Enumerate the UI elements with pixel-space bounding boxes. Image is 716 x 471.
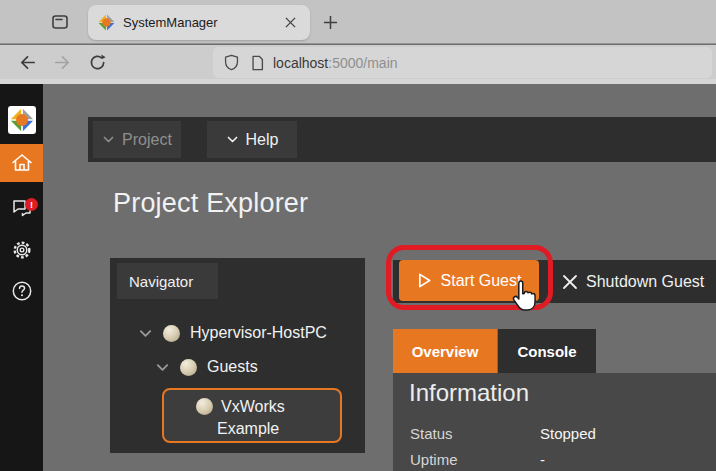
tree-item-label: Guests bbox=[207, 358, 258, 376]
screenshot-root: SystemManager localhost:5000/main bbox=[0, 0, 716, 471]
browser-tab[interactable]: SystemManager bbox=[88, 5, 310, 40]
gear-icon bbox=[11, 239, 33, 261]
tree-item-guests[interactable]: Guests bbox=[155, 355, 258, 379]
shield-icon[interactable] bbox=[223, 54, 240, 71]
chevron-down-icon bbox=[226, 133, 239, 146]
app-logo bbox=[8, 106, 36, 134]
chevron-down-icon[interactable] bbox=[155, 360, 170, 375]
status-value: Stopped bbox=[540, 425, 596, 442]
page-title: Project Explorer bbox=[113, 188, 308, 219]
node-sphere-icon bbox=[196, 398, 213, 415]
favicon bbox=[98, 14, 115, 31]
uptime-label: Uptime bbox=[410, 451, 458, 468]
navigator-panel: Navigator Hypervisor-HostPC Guests VxWor… bbox=[110, 258, 365, 453]
tab-console-label: Console bbox=[517, 343, 576, 360]
notification-badge: ! bbox=[25, 198, 38, 211]
tab-title: SystemManager bbox=[123, 15, 280, 30]
menu-help-button[interactable]: Help bbox=[207, 121, 297, 158]
tree-item-label: Hypervisor-HostPC bbox=[190, 324, 327, 342]
menu-project-button[interactable]: Project bbox=[93, 121, 181, 158]
start-guest-label: Start Guest bbox=[441, 272, 522, 290]
uptime-value: - bbox=[540, 451, 545, 468]
chevron-down-icon bbox=[102, 133, 115, 146]
sidebar-item-home[interactable] bbox=[0, 144, 43, 182]
new-tab-button[interactable] bbox=[317, 9, 343, 35]
chevron-down-icon[interactable] bbox=[138, 326, 153, 341]
sidebar-item-messages[interactable] bbox=[0, 190, 43, 228]
url-bar[interactable]: localhost:5000/main bbox=[213, 47, 712, 78]
url-path: :5000/main bbox=[328, 55, 397, 71]
menu-help-label: Help bbox=[246, 131, 279, 149]
navigator-header: Navigator bbox=[117, 263, 218, 299]
url-text: localhost:5000/main bbox=[273, 55, 398, 71]
tree-item-label-line1: VxWorks bbox=[221, 398, 285, 416]
app-menubar: Project Help bbox=[88, 117, 716, 162]
shutdown-guest-button[interactable]: Shutdown Guest bbox=[551, 260, 716, 303]
shutdown-guest-label: Shutdown Guest bbox=[586, 273, 704, 291]
firefox-view-icon[interactable] bbox=[47, 9, 73, 35]
tab-overview[interactable]: Overview bbox=[393, 329, 497, 373]
toolbar-bottom-strip bbox=[0, 79, 716, 84]
start-guest-button[interactable]: Start Guest bbox=[399, 260, 539, 301]
close-x-icon bbox=[562, 274, 578, 290]
node-sphere-icon bbox=[180, 359, 197, 376]
information-heading: Information bbox=[409, 379, 529, 407]
guest-action-bar: Start Guest Shutdown Guest bbox=[393, 260, 716, 303]
home-icon bbox=[10, 151, 34, 175]
url-host: localhost bbox=[273, 55, 328, 71]
play-icon bbox=[417, 272, 432, 289]
tab-overview-label: Overview bbox=[412, 343, 479, 360]
reload-button[interactable] bbox=[84, 49, 110, 75]
tree-item-hypervisor[interactable]: Hypervisor-HostPC bbox=[138, 321, 327, 345]
menu-project-label: Project bbox=[122, 131, 172, 149]
page-info-icon bbox=[250, 55, 265, 71]
browser-tab-bar: SystemManager bbox=[0, 0, 716, 44]
sidebar-item-settings[interactable] bbox=[0, 231, 43, 269]
app-sidebar: ! bbox=[0, 84, 43, 471]
tab-console[interactable]: Console bbox=[498, 329, 596, 373]
status-label: Status bbox=[410, 425, 453, 442]
tree-item-vxworks-selected[interactable]: VxWorks Example bbox=[162, 388, 342, 443]
sidebar-item-help[interactable] bbox=[0, 272, 43, 310]
help-icon bbox=[11, 280, 33, 302]
back-button[interactable] bbox=[14, 49, 40, 75]
tree-item-label-line2: Example bbox=[217, 420, 279, 438]
forward-button[interactable] bbox=[49, 49, 75, 75]
tab-close-icon[interactable] bbox=[280, 13, 300, 33]
node-sphere-icon bbox=[163, 325, 180, 342]
information-panel: Information Status Stopped Uptime - bbox=[393, 373, 716, 471]
